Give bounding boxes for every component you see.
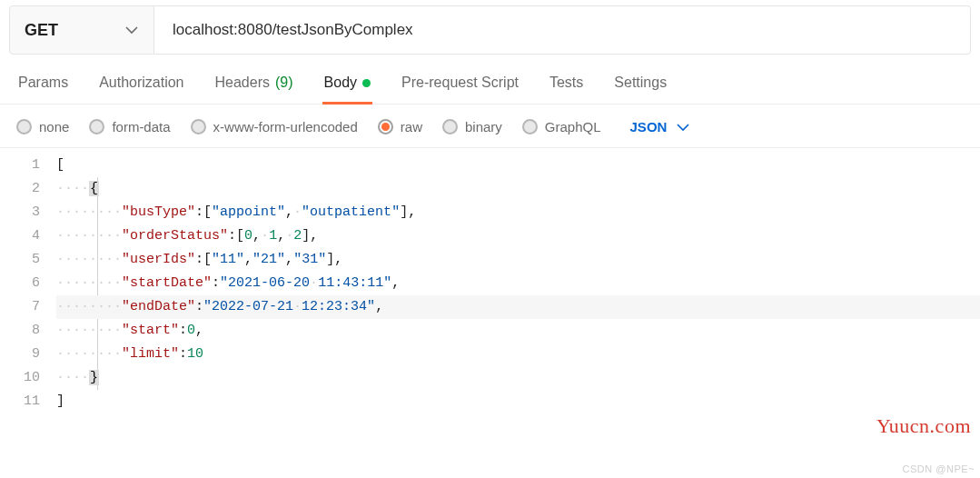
http-method-select[interactable]: GET bbox=[9, 5, 154, 55]
code-line: ········"endDate":"2022-07-21·12:23:34", bbox=[56, 295, 980, 319]
tab-pre-request[interactable]: Pre-request Script bbox=[400, 75, 520, 105]
line-number: 3 bbox=[0, 201, 40, 224]
tab-authorization-label: Authorization bbox=[99, 75, 183, 91]
body-type-row: none form-data x-www-form-urlencoded raw… bbox=[0, 105, 980, 148]
chevron-down-icon bbox=[124, 23, 139, 37]
radio-icon bbox=[16, 119, 32, 134]
code-line: ········"userIds":["11","21","31"], bbox=[56, 248, 980, 272]
line-number: 2 bbox=[0, 177, 40, 201]
request-bar: GET bbox=[0, 0, 980, 55]
line-number: 1 bbox=[0, 154, 40, 177]
editor-gutter: 1 2 3 4 5 6 7 8 9 10 11 bbox=[0, 154, 56, 413]
radio-icon bbox=[442, 119, 458, 134]
body-type-raw[interactable]: raw bbox=[378, 119, 422, 134]
body-language-select[interactable]: JSON bbox=[630, 119, 691, 134]
line-number: 10 bbox=[0, 366, 40, 390]
radio-icon bbox=[89, 119, 104, 134]
http-method-value: GET bbox=[25, 21, 58, 40]
tab-body[interactable]: Body bbox=[322, 75, 372, 105]
request-body-editor[interactable]: 1 2 3 4 5 6 7 8 9 10 11 [····{········"b… bbox=[0, 148, 980, 413]
radio-selected-icon bbox=[378, 119, 393, 134]
tab-settings[interactable]: Settings bbox=[612, 75, 668, 105]
line-number: 5 bbox=[0, 248, 40, 272]
body-type-none[interactable]: none bbox=[16, 119, 69, 134]
request-tabs: Params Authorization Headers (9) Body Pr… bbox=[0, 55, 980, 105]
tab-tests[interactable]: Tests bbox=[548, 75, 585, 105]
body-type-urlencoded-label: x-www-form-urlencoded bbox=[213, 119, 358, 134]
tab-authorization[interactable]: Authorization bbox=[97, 75, 185, 105]
headers-count: (9) bbox=[275, 75, 293, 91]
code-line: ········"orderStatus":[0,·1,·2], bbox=[56, 224, 980, 248]
code-line: [ bbox=[56, 154, 980, 177]
code-line: ········"limit":10 bbox=[56, 343, 980, 366]
tab-headers-label: Headers bbox=[215, 75, 270, 91]
line-number: 11 bbox=[0, 390, 40, 413]
editor-code-area[interactable]: [····{········"busType":["appoint",·"out… bbox=[56, 154, 980, 413]
line-number: 7 bbox=[0, 295, 40, 319]
body-type-raw-label: raw bbox=[401, 119, 422, 134]
tab-body-label: Body bbox=[324, 75, 357, 91]
tab-params[interactable]: Params bbox=[16, 75, 70, 105]
tab-settings-label: Settings bbox=[614, 75, 667, 91]
code-line: ] bbox=[56, 390, 980, 413]
tab-tests-label: Tests bbox=[549, 75, 583, 91]
code-line: ····} bbox=[56, 366, 980, 390]
code-line: ········"start":0, bbox=[56, 319, 980, 343]
body-modified-dot-icon bbox=[362, 79, 371, 87]
line-number: 6 bbox=[0, 272, 40, 295]
line-number: 4 bbox=[0, 224, 40, 248]
body-type-binary-label: binary bbox=[465, 119, 502, 134]
body-type-graphql-label: GraphQL bbox=[545, 119, 601, 134]
tab-pre-request-label: Pre-request Script bbox=[401, 75, 519, 91]
radio-icon bbox=[191, 119, 206, 134]
watermark-brand: Yuucn.com bbox=[876, 414, 971, 438]
line-number: 8 bbox=[0, 319, 40, 343]
watermark-csdn: CSDN @NPE~ bbox=[903, 463, 975, 474]
radio-icon bbox=[522, 119, 538, 134]
chevron-down-icon bbox=[676, 120, 690, 134]
body-type-form-data-label: form-data bbox=[112, 119, 170, 134]
url-input[interactable] bbox=[154, 5, 971, 55]
body-type-form-data[interactable]: form-data bbox=[89, 119, 170, 134]
body-type-none-label: none bbox=[39, 119, 69, 134]
body-type-urlencoded[interactable]: x-www-form-urlencoded bbox=[191, 119, 358, 134]
line-number: 9 bbox=[0, 343, 40, 366]
body-type-graphql[interactable]: GraphQL bbox=[522, 119, 601, 134]
code-line: ····{ bbox=[56, 177, 980, 201]
code-line: ········"busType":["appoint",·"outpatien… bbox=[56, 201, 980, 224]
tab-params-label: Params bbox=[18, 75, 68, 91]
body-language-label: JSON bbox=[630, 119, 668, 134]
body-type-binary[interactable]: binary bbox=[442, 119, 502, 134]
code-line: ········"startDate":"2021-06-20·11:43:11… bbox=[56, 272, 980, 295]
tab-headers[interactable]: Headers (9) bbox=[213, 75, 295, 105]
